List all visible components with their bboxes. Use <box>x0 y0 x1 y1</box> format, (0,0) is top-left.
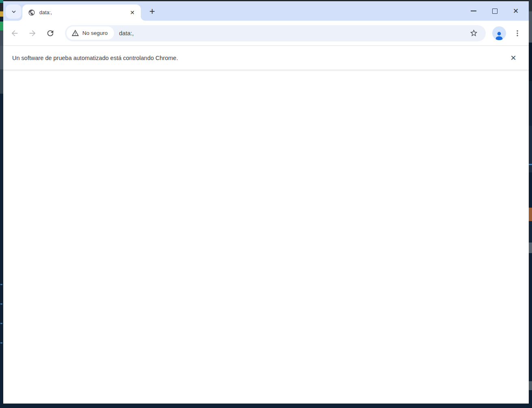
kebab-menu-icon <box>513 29 521 37</box>
window-close-button[interactable]: ✕ <box>505 1 526 21</box>
browser-window: data:, ✕ + ✕ <box>3 1 529 404</box>
desktop-background <box>0 21 3 30</box>
infobar-close-button[interactable]: ✕ <box>508 52 519 64</box>
desktop-background <box>529 81 532 126</box>
desktop-background <box>529 381 532 390</box>
desktop-background <box>529 126 532 172</box>
window-maximize-button[interactable] <box>484 1 505 21</box>
browser-toolbar: No seguro data:, <box>3 21 529 45</box>
desktop-background <box>0 323 2 324</box>
close-icon: ✕ <box>513 7 519 15</box>
desktop-background <box>0 0 3 3</box>
arrow-right-icon <box>28 29 37 38</box>
window-controls: ✕ <box>463 1 526 21</box>
desktop-background <box>529 208 532 221</box>
automation-infobar: Un software de prueba automatizado está … <box>3 46 529 70</box>
tab-strip: data:, ✕ + ✕ <box>3 1 529 21</box>
url-text: data:, <box>119 30 468 37</box>
reload-button[interactable] <box>42 25 58 41</box>
desktop-background <box>0 69 3 94</box>
chevron-down-icon <box>11 9 17 15</box>
back-button[interactable] <box>6 25 23 41</box>
warning-triangle-icon <box>71 29 79 37</box>
bookmark-star-button[interactable] <box>468 28 479 39</box>
desktop-background <box>529 0 532 11</box>
new-tab-button[interactable]: + <box>146 5 158 17</box>
desktop-background <box>529 221 532 243</box>
security-chip-label: No seguro <box>82 30 108 36</box>
active-tab[interactable]: data:, ✕ <box>22 4 141 21</box>
desktop-background <box>529 243 532 253</box>
desktop-background <box>529 164 532 165</box>
minimize-icon <box>471 11 476 11</box>
desktop-background <box>0 11 3 17</box>
desktop-background <box>0 284 2 285</box>
reload-icon <box>46 29 55 38</box>
page-content <box>3 70 529 404</box>
globe-favicon-icon <box>28 9 35 16</box>
desktop-background <box>529 11 532 43</box>
star-icon <box>470 29 478 37</box>
desktop-background <box>529 43 532 81</box>
tab-title: data:, <box>39 10 128 15</box>
arrow-left-icon <box>10 29 19 38</box>
browser-menu-button[interactable] <box>510 26 525 41</box>
person-icon <box>494 31 504 40</box>
infobar-message: Un software de prueba automatizado está … <box>12 55 508 61</box>
desktop-background <box>0 3 3 11</box>
maximize-icon <box>492 9 498 14</box>
desktop-background <box>0 30 3 46</box>
desktop-background <box>0 46 3 69</box>
desktop-background <box>0 342 2 344</box>
security-chip-button[interactable]: No seguro <box>67 26 114 40</box>
profile-avatar-button[interactable] <box>492 26 506 40</box>
window-minimize-button[interactable] <box>463 1 484 21</box>
desktop-background <box>0 303 2 305</box>
address-bar[interactable]: No seguro data:, <box>65 25 486 41</box>
tab-close-button[interactable]: ✕ <box>128 8 137 17</box>
forward-button[interactable] <box>24 25 41 41</box>
desktop-background <box>529 172 532 208</box>
